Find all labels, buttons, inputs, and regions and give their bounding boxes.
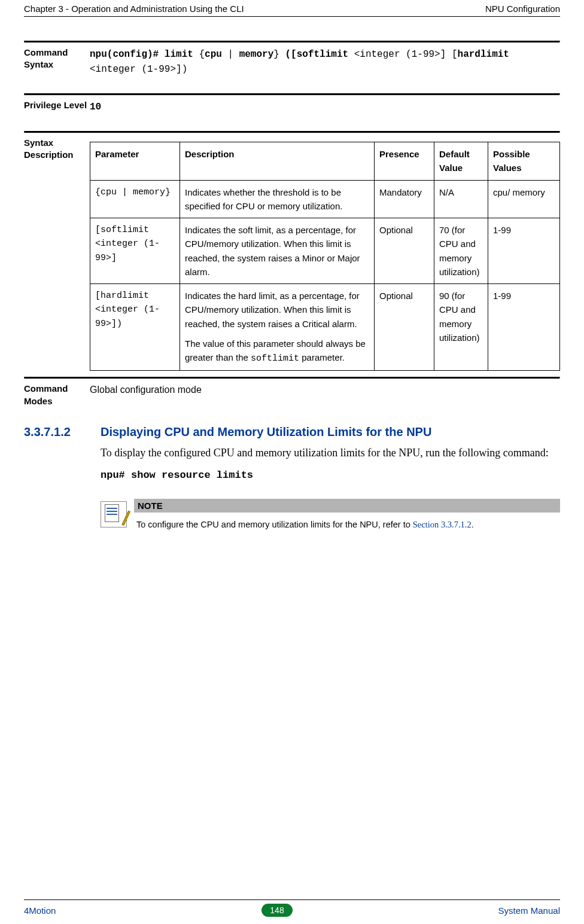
cell-presence: Optional [375,284,434,371]
footer-right: System Manual [498,905,560,916]
privilege-label: Privilege Level [24,96,90,111]
cmd-prefix: npu(config)# limit [90,49,193,60]
privilege-value: 10 [90,96,560,114]
command-modes-value: Global configuration mode [90,379,560,397]
footer-left: 4Motion [24,905,56,916]
command-modes-section: Command Modes Global configuration mode [24,377,560,407]
cell-possible: 1-99 [488,284,560,371]
note-text: To configure the CPU and memory utilizat… [134,513,560,533]
cell-param: [hardlimit <integer (1-99>]) [90,284,180,371]
cell-desc-p1: Indicates the hard limit, as a percentag… [185,289,369,331]
cell-desc-p2b: parameter. [299,352,345,362]
cmd-hardlimit: hardlimit [458,49,509,60]
command-syntax-section: Command Syntax npu(config)# limit {cpu |… [24,41,560,77]
table-header-row: Parameter Description Presence Default V… [90,142,560,181]
th-parameter: Parameter [90,142,180,181]
cmd-pipe: | [222,49,239,60]
page-footer: 4Motion 148 System Manual [24,899,560,917]
table-row: [hardlimit <integer (1-99>]) Indicates t… [90,284,560,371]
command-modes-label: Command Modes [24,379,90,407]
table-row: {cpu | memory} Indicates whether the thr… [90,180,560,218]
cell-desc: Indicates whether the threshold is to be… [180,180,375,218]
cell-default: 70 (for CPU and memory utilization) [434,218,488,284]
cell-desc-p2: The value of this parameter should alway… [185,337,369,366]
cmd-brace-open: { [193,49,205,60]
th-possible: Possible Values [488,142,560,181]
cell-desc: Indicates the hard limit, as a percentag… [180,284,375,371]
syntax-description-label: Syntax Description [24,133,90,161]
note-text-suffix: . [472,520,474,529]
command-syntax-value: npu(config)# limit {cpu | memory} ([soft… [90,43,560,77]
subsection-number: 3.3.7.1.2 [24,425,90,439]
cell-param: [softlimit <integer (1-99>] [90,218,180,284]
cmd-memory: memory [239,49,274,60]
cell-presence: Mandatory [375,180,434,218]
cell-param: {cpu | memory} [90,180,180,218]
note-icon [101,501,127,527]
page-number-badge: 148 [261,904,292,917]
cmd-softlimit: softlimit [297,49,348,60]
cmd-paren: ([ [285,49,296,60]
note-link[interactable]: Section 3.3.7.1.2 [413,520,472,529]
cell-default: 90 (for CPU and memory utilization) [434,284,488,371]
footer-rule [24,899,560,900]
header-rule [24,16,560,17]
header-right: NPU Configuration [485,4,560,14]
note-block: NOTE To configure the CPU and memory uti… [101,499,560,533]
cell-default: N/A [434,180,488,218]
note-body: NOTE To configure the CPU and memory uti… [134,499,560,533]
cell-possible: 1-99 [488,218,560,284]
header-left: Chapter 3 - Operation and Administration… [24,4,244,14]
syntax-description-section: Syntax Description Parameter Description… [24,131,560,371]
th-presence: Presence [375,142,434,181]
cmd-brace-close: } [273,49,285,60]
cmd-cpu: cpu [205,49,222,60]
note-text-prefix: To configure the CPU and memory utilizat… [136,520,413,529]
privilege-section: Privilege Level 10 [24,93,560,114]
note-title: NOTE [134,499,560,513]
privilege-number: 10 [90,102,101,112]
cmd-hard-rest: <integer (1-99>]) [90,64,187,75]
syntax-description-value: Parameter Description Presence Default V… [90,133,560,371]
cell-desc-code: softlimit [251,353,299,364]
cell-possible: cpu/ memory [488,180,560,218]
th-default: Default Value [434,142,488,181]
subsection-command: npu# show resource limits [101,469,560,481]
table-row: [softlimit <integer (1-99>] Indicates th… [90,218,560,284]
cell-presence: Optional [375,218,434,284]
subsection-heading: 3.3.7.1.2 Displaying CPU and Memory Util… [24,425,560,439]
th-description: Description [180,142,375,181]
page-header: Chapter 3 - Operation and Administration… [24,0,560,16]
syntax-table: Parameter Description Presence Default V… [90,142,560,371]
subsection-title: Displaying CPU and Memory Utilization Li… [101,425,431,439]
cmd-soft-rest: <integer (1-99>] [ [348,49,457,60]
subsection-paragraph: To display the configured CPU and memory… [101,445,560,461]
cell-desc: Indicates the soft limit, as a percentag… [180,218,375,284]
command-syntax-label: Command Syntax [24,43,90,71]
